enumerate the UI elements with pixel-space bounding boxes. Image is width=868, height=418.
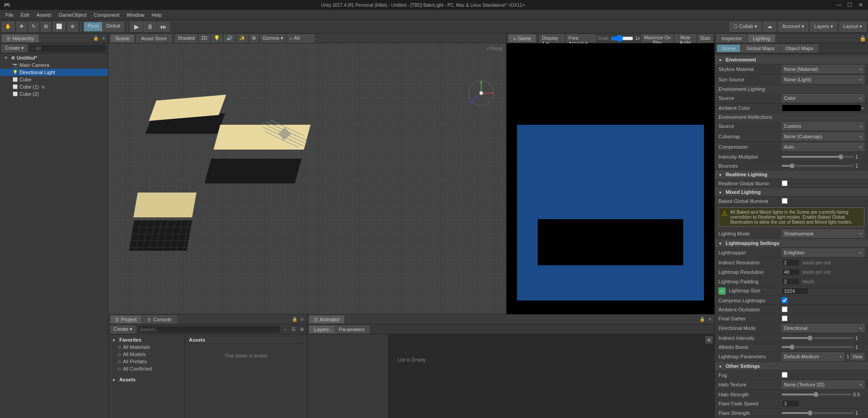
cloud-btn[interactable]: ☁ (763, 22, 776, 32)
hierarchy-lock-btn[interactable]: 🔒 (92, 35, 100, 41)
halo-texture-dropdown[interactable]: None (Texture 2D) ▸ (782, 380, 864, 389)
menu-file[interactable]: File (2, 11, 17, 19)
aspect-dropdown[interactable]: Free Aspect ▾ (566, 34, 596, 42)
asset-store-tab[interactable]: Asset Store (136, 34, 172, 42)
menu-assets[interactable]: Assets (33, 11, 55, 19)
close-btn[interactable]: ✕ (857, 1, 864, 9)
hierarchy-item-directional-light[interactable]: 💡 Directional Light (0, 69, 108, 76)
lightmap-view-btn[interactable]: View (850, 353, 865, 360)
realtime-section-header[interactable]: Realtime Lighting (715, 170, 868, 179)
intensity-mult-slider[interactable] (782, 156, 854, 158)
fav-all-materials[interactable]: ⊙ All Materials (108, 343, 185, 351)
albedo-boost-slider[interactable] (782, 346, 854, 348)
lighting-scene-subtab[interactable]: Scene (717, 44, 741, 52)
refl-source-dropdown[interactable]: Custom ▸ (782, 122, 864, 130)
project-filter-btn[interactable]: ☰ (290, 326, 297, 332)
source-dropdown[interactable]: Color ▸ (782, 94, 864, 102)
project-search-input[interactable] (137, 325, 281, 333)
hierarchy-search-input[interactable] (29, 44, 106, 52)
lighting-tab[interactable]: Lighting (748, 34, 775, 42)
right-lock-btn[interactable]: 🔒 (859, 35, 866, 42)
animator-params-tab[interactable]: Parameters (334, 325, 370, 333)
lighting-mode-dropdown[interactable]: Shadowmask ▸ (782, 230, 864, 238)
skybox-material-dropdown[interactable]: None (Material) ▸ (782, 65, 864, 73)
menu-edit[interactable]: Edit (17, 11, 33, 19)
hierarchy-item-cube-1[interactable]: ⬜ Cube (1) 🖱 (0, 83, 108, 90)
flare-fade-input[interactable] (782, 400, 800, 407)
hierarchy-tab[interactable]: ☰ Hierarchy (2, 34, 39, 42)
directional-mode-dropdown[interactable]: Directional ▸ (782, 324, 864, 332)
account-btn[interactable]: Account ▾ (778, 22, 808, 32)
cubemap-dropdown[interactable]: None (Cubemap) ▸ (782, 132, 864, 141)
compress-checkbox[interactable] (782, 297, 788, 303)
compression-dropdown[interactable]: Auto ▸ (782, 143, 864, 151)
lightmap-padding-input[interactable] (782, 278, 800, 285)
realtime-gi-checkbox[interactable] (782, 180, 788, 186)
sun-source-dropdown[interactable]: None (Light) ▸ (782, 75, 864, 84)
play-btn[interactable]: ▶ (130, 22, 143, 32)
scene-search[interactable]: ⌕ All (287, 34, 314, 42)
transform-tool-btn[interactable]: ⊕ (67, 22, 78, 32)
minimize-btn[interactable]: — (835, 1, 843, 9)
indirect-res-input[interactable] (782, 259, 800, 266)
animator-add-btn[interactable]: + (705, 336, 713, 343)
move-tool-btn[interactable]: ✥ (16, 22, 27, 32)
fx-btn[interactable]: ✨ (237, 34, 248, 42)
project-lock-btn[interactable]: 🔒 (291, 316, 299, 322)
game-tab[interactable]: ▶ Game (508, 34, 536, 42)
shading-dropdown[interactable]: Shaded (175, 34, 197, 42)
layers-btn[interactable]: Layers ▾ (810, 22, 837, 32)
animator-lock-btn[interactable]: 🔒 (698, 316, 706, 322)
hierarchy-item-main-camera[interactable]: 📷 Main Camera (0, 61, 108, 69)
scene-camera-btn[interactable]: ⚙ (249, 34, 258, 42)
animator-tab[interactable]: ☰ Animator (309, 315, 344, 324)
pause-btn[interactable]: ⏸ (144, 22, 156, 32)
fog-checkbox[interactable] (782, 372, 788, 378)
lighting-object-maps-subtab[interactable]: Object Maps (780, 44, 818, 52)
hierarchy-item-cube-2[interactable]: ⬜ Cube (2) (0, 90, 108, 98)
2d-btn[interactable]: 2D (199, 34, 210, 42)
maximize-btn[interactable]: ☐ (846, 1, 854, 9)
lighting-global-maps-subtab[interactable]: Global Maps (741, 44, 779, 52)
console-tab[interactable]: ☰ Console (142, 315, 176, 324)
rotate-tool-btn[interactable]: ↻ (28, 22, 39, 32)
menu-component[interactable]: Component (90, 11, 123, 19)
project-view-btn[interactable]: ⊞ (299, 326, 305, 332)
stats-btn[interactable]: Stats (698, 34, 713, 42)
project-menu-btn[interactable]: ≡ (300, 316, 305, 322)
menu-window[interactable]: Window (123, 11, 148, 19)
hand-tool-btn[interactable]: ✋ (2, 22, 14, 32)
fav-all-prefabs[interactable]: ⊙ All Prefabs (108, 358, 185, 365)
hierarchy-menu-btn[interactable]: ≡ (101, 35, 106, 41)
fav-all-conflicted[interactable]: ⊙ All Conflicted (108, 365, 185, 372)
inspector-tab[interactable]: Inspector (717, 34, 747, 42)
game-canvas[interactable] (507, 43, 714, 314)
menu-gameobject[interactable]: GameObject (55, 11, 90, 19)
menu-help[interactable]: Help (148, 11, 165, 19)
collab-btn[interactable]: ⬡ Collab ▾ (729, 22, 761, 32)
rect-tool-btn[interactable]: ⬜ (53, 22, 66, 32)
animator-layers-tab[interactable]: Layers (309, 325, 334, 333)
layout-btn[interactable]: Layout ▾ (839, 22, 866, 32)
project-tab[interactable]: ☰ Project (110, 315, 141, 324)
final-gather-checkbox[interactable] (782, 315, 788, 321)
fav-all-models[interactable]: ⊙ All Models (108, 351, 185, 358)
hierarchy-item-cube[interactable]: ⬜ Cube (0, 76, 108, 83)
display-dropdown[interactable]: Display 1 ▾ (540, 34, 564, 42)
hierarchy-create-btn[interactable]: Create ▾ (2, 44, 27, 52)
indirect-intensity-slider[interactable] (782, 337, 854, 339)
audio-btn[interactable]: 🔊 (224, 34, 235, 42)
environment-section-header[interactable]: Environment (715, 56, 868, 64)
halo-strength-slider[interactable] (782, 394, 851, 395)
animator-menu-btn[interactable]: ≡ (707, 316, 713, 322)
ambient-color-swatch[interactable] (782, 104, 861, 112)
lightmapping-section-header[interactable]: Lightmapping Settings (715, 239, 868, 248)
lightmapper-dropdown[interactable]: Enlighten ▸ (782, 249, 864, 257)
other-section-header[interactable]: Other Settings (715, 362, 868, 371)
baked-gi-checkbox[interactable] (782, 198, 788, 204)
lightmap-params-dropdown[interactable]: Default-Medium ▸ (782, 352, 845, 361)
step-btn[interactable]: ⏭ (157, 22, 170, 32)
pivot-btn[interactable]: Pivot (84, 22, 102, 31)
global-btn[interactable]: Global (102, 22, 124, 31)
scene-tab[interactable]: Scene (110, 34, 134, 42)
